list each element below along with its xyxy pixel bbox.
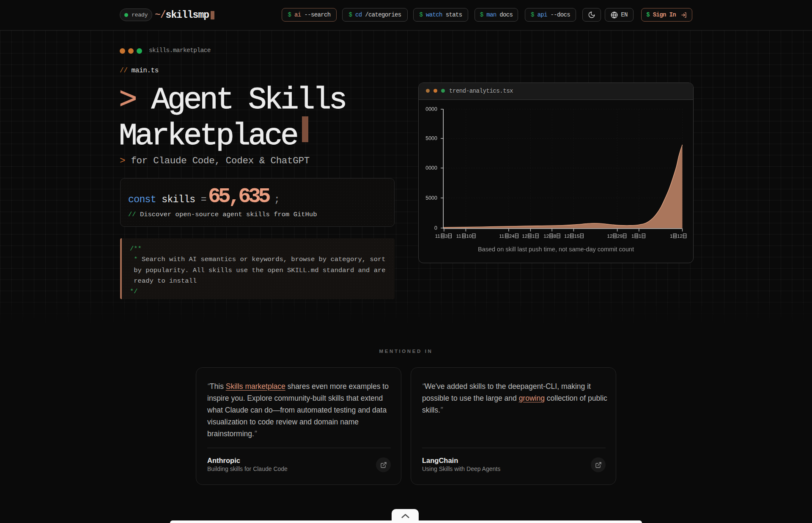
svg-text:1: 1	[670, 234, 672, 239]
svg-text:10: 10	[466, 234, 472, 239]
svg-text:1: 1	[631, 234, 634, 239]
svg-text:11: 11	[499, 234, 504, 239]
svg-text:12: 12	[522, 234, 527, 239]
svg-text:0000: 0000	[425, 165, 437, 171]
svg-text:29: 29	[617, 234, 623, 239]
svg-text:12: 12	[677, 234, 683, 239]
svg-text:24: 24	[509, 234, 515, 239]
svg-text:Based on skill last push time,: Based on skill last push time, not same-…	[478, 246, 634, 253]
svg-text:5000: 5000	[425, 135, 437, 141]
svg-text:11: 11	[435, 234, 440, 239]
svg-text:5000: 5000	[425, 195, 437, 201]
svg-text:3: 3	[445, 234, 447, 239]
svg-text:12: 12	[607, 234, 613, 239]
svg-text:12: 12	[543, 234, 549, 239]
svg-text:0000: 0000	[425, 106, 437, 112]
svg-text:0: 0	[434, 225, 437, 231]
svg-text:12: 12	[564, 234, 570, 239]
svg-text:15: 15	[574, 234, 580, 239]
svg-text:1: 1	[532, 234, 535, 239]
svg-text:11: 11	[456, 234, 461, 239]
svg-text:1: 1	[639, 234, 641, 239]
svg-text:8: 8	[554, 234, 556, 239]
